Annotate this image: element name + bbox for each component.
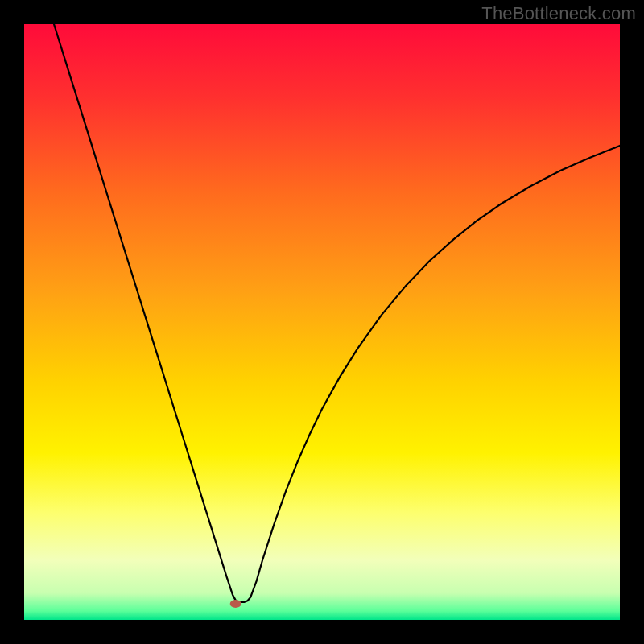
watermark-text: TheBottleneck.com: [481, 3, 636, 24]
gradient-background: [24, 24, 620, 620]
chart-frame: TheBottleneck.com: [0, 0, 644, 644]
minimum-marker: [230, 600, 242, 608]
plot-area: [24, 24, 620, 620]
plot-svg: [24, 24, 620, 620]
